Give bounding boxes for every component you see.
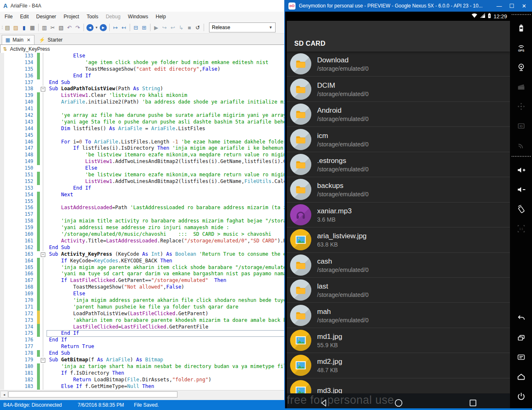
breakpoint-margin[interactable] bbox=[0, 311, 4, 317]
breakpoint-margin[interactable] bbox=[0, 178, 4, 185]
android-home-icon[interactable] bbox=[516, 371, 527, 382]
file-row[interactable]: mah/storage/emulated/0 bbox=[287, 303, 510, 328]
android-recents-icon[interactable] bbox=[516, 332, 527, 343]
power-icon[interactable] bbox=[516, 391, 527, 402]
rotate-screen-icon[interactable] bbox=[516, 204, 527, 215]
navigate-forward-button[interactable]: ▶ bbox=[100, 24, 107, 31]
broadcast-icon[interactable] bbox=[516, 140, 527, 151]
menu-tools[interactable]: Tools bbox=[83, 12, 102, 21]
navigate-back-menu-button[interactable]: ▾ bbox=[94, 23, 99, 32]
breakpoint-margin[interactable] bbox=[0, 66, 4, 73]
breakpoint-margin[interactable] bbox=[0, 119, 4, 126]
fold-collapse-icon[interactable]: − bbox=[41, 358, 45, 363]
breakpoint-margin[interactable] bbox=[0, 277, 4, 284]
modules-button[interactable]: ▦ bbox=[28, 23, 37, 32]
breakpoint-margin[interactable] bbox=[0, 59, 4, 66]
breakpoint-margin[interactable] bbox=[0, 304, 4, 311]
menu-designer[interactable]: Designer bbox=[32, 12, 60, 21]
breakpoint-margin[interactable] bbox=[0, 86, 4, 92]
fold-margin[interactable]: − bbox=[40, 86, 47, 92]
menu-project[interactable]: Project bbox=[60, 12, 83, 21]
breakpoint-margin[interactable] bbox=[0, 258, 4, 264]
navigate-back-button[interactable]: ◀ bbox=[86, 24, 94, 31]
run-button[interactable]: ▶ bbox=[152, 23, 160, 32]
nav-recents-button[interactable] bbox=[436, 398, 510, 408]
dpad-icon[interactable] bbox=[516, 101, 527, 112]
breakpoint-margin[interactable] bbox=[0, 225, 4, 231]
paste-button[interactable]: ▧ bbox=[57, 23, 65, 32]
breakpoint-margin[interactable] bbox=[0, 337, 4, 343]
breakpoint-margin[interactable] bbox=[0, 132, 4, 139]
breakpoint-margin[interactable] bbox=[0, 106, 4, 112]
close-button[interactable]: ✕ bbox=[518, 0, 530, 12]
breakpoint-margin[interactable] bbox=[0, 231, 4, 238]
breakpoint-margin[interactable] bbox=[0, 53, 4, 59]
breakpoint-margin[interactable] bbox=[0, 264, 4, 271]
close-icon[interactable]: ✕ bbox=[27, 37, 30, 43]
breakpoint-margin[interactable] bbox=[0, 251, 4, 258]
step-into-button[interactable]: ↳ bbox=[177, 23, 185, 32]
file-row[interactable]: .estrongs/storage/emulated/0 bbox=[287, 152, 510, 177]
breakpoint-margin[interactable] bbox=[0, 165, 4, 172]
menu-windows[interactable]: Windows bbox=[124, 12, 152, 21]
volume-down-icon[interactable] bbox=[516, 184, 527, 195]
android-back-icon[interactable] bbox=[516, 313, 527, 324]
breakpoint-margin[interactable] bbox=[0, 218, 4, 225]
gps-icon[interactable]: GPS bbox=[516, 42, 527, 53]
file-row[interactable]: md2.jpg48.7 KB bbox=[287, 353, 510, 378]
scrollbar-thumb[interactable] bbox=[8, 391, 177, 398]
android-menu-icon[interactable] bbox=[516, 352, 527, 363]
menu-debug[interactable]: Debug bbox=[102, 12, 124, 21]
file-row[interactable]: backups/storage/emulated/0 bbox=[287, 177, 510, 202]
breakpoint-margin[interactable] bbox=[0, 185, 4, 192]
breakpoint-margin[interactable] bbox=[0, 343, 4, 350]
breakpoint-margin[interactable] bbox=[0, 370, 4, 377]
cut-button[interactable]: ✂ bbox=[49, 23, 57, 32]
breakpoint-margin[interactable] bbox=[0, 383, 4, 390]
breakpoint-margin[interactable] bbox=[0, 211, 4, 218]
undo-button[interactable]: ↶ bbox=[65, 23, 74, 32]
breakpoint-margin[interactable] bbox=[0, 172, 4, 178]
indent-button[interactable]: ↦ bbox=[111, 23, 120, 32]
breakpoint-margin[interactable] bbox=[0, 99, 4, 106]
resume-button[interactable]: ↪ bbox=[160, 23, 169, 32]
breakpoint-margin[interactable] bbox=[0, 192, 4, 198]
breakpoint-margin[interactable] bbox=[0, 79, 4, 86]
breakpoint-margin[interactable] bbox=[0, 198, 4, 205]
breakpoint-margin[interactable] bbox=[0, 291, 4, 297]
rebuild-button[interactable]: ↺ bbox=[194, 23, 202, 32]
file-row[interactable]: md1.jpg55.9 KB bbox=[287, 328, 510, 353]
uncomment-button[interactable]: ⊞ bbox=[140, 23, 148, 32]
maximize-button[interactable]: ☐ bbox=[505, 0, 518, 12]
breakpoint-margin[interactable] bbox=[0, 377, 4, 383]
tab-starter[interactable]: ⚡Starter bbox=[36, 35, 66, 44]
breakpoint-margin[interactable] bbox=[0, 350, 4, 357]
open-button[interactable]: ▨ bbox=[12, 23, 20, 32]
minimize-button[interactable]: — bbox=[493, 0, 505, 12]
file-row[interactable]: Download/storage/emulated/0 bbox=[287, 52, 510, 77]
file-row[interactable]: md3.jpg bbox=[287, 378, 510, 393]
screencast-icon[interactable] bbox=[516, 82, 527, 92]
breakpoint-margin[interactable] bbox=[0, 139, 4, 146]
fold-margin[interactable]: − bbox=[40, 357, 47, 363]
file-row[interactable]: last/storage/emulated/0 bbox=[287, 278, 510, 303]
device-id-icon[interactable]: ID bbox=[516, 121, 527, 131]
menu-edit[interactable]: Edit bbox=[16, 12, 32, 21]
pixel-perfect-icon[interactable]: 1:1 bbox=[516, 223, 527, 234]
battery-icon[interactable] bbox=[516, 23, 527, 34]
menu-file[interactable]: File bbox=[1, 12, 16, 21]
breakpoint-margin[interactable] bbox=[0, 271, 4, 277]
file-row[interactable]: cash/storage/emulated/0 bbox=[287, 253, 510, 278]
redo-button[interactable]: ↷ bbox=[74, 23, 82, 32]
copy-button[interactable]: ▥ bbox=[40, 23, 49, 32]
build-config-combo[interactable]: Release ▼ bbox=[209, 22, 276, 32]
save-button[interactable]: ▮ bbox=[20, 23, 28, 32]
breakpoint-margin[interactable] bbox=[0, 357, 4, 363]
breakpoint-margin[interactable] bbox=[0, 126, 4, 132]
new-button[interactable]: ▤ bbox=[3, 23, 12, 32]
breakpoint-margin[interactable] bbox=[0, 324, 4, 331]
file-row[interactable]: icm/storage/emulated/0 bbox=[287, 127, 510, 152]
tab-main[interactable]: ▦Main✕ bbox=[2, 35, 34, 44]
breakpoint-margin[interactable] bbox=[0, 245, 4, 251]
breakpoint-margin[interactable] bbox=[0, 158, 4, 165]
